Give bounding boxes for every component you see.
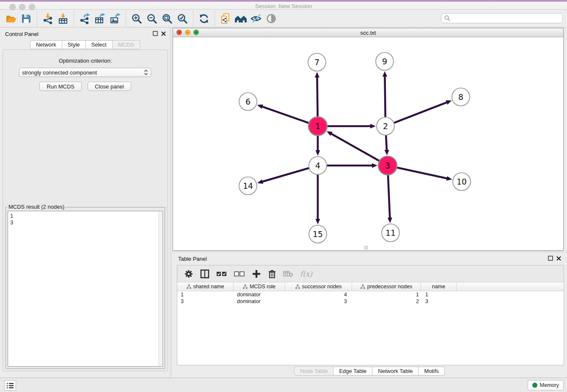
network-canvas[interactable]: 7968124314101511	[173, 37, 563, 250]
table-cell[interactable]: 3	[177, 298, 234, 305]
graph-node-3[interactable]: 3	[378, 156, 397, 175]
delete-row-trash-icon[interactable]	[268, 269, 276, 279]
graph-node-14[interactable]: 14	[239, 177, 257, 195]
mcds-result-textarea[interactable]: 13	[8, 211, 163, 367]
optimization-criterion-select[interactable]: strongly connected component	[19, 68, 151, 77]
deselect-all-columns-icon[interactable]	[234, 270, 245, 278]
export-image-button[interactable]	[107, 11, 123, 26]
graph-edge-2-8[interactable]	[393, 102, 448, 123]
mcds-result-line: 1	[10, 213, 160, 219]
column-header-predecessor-nodes[interactable]: predecessor nodes	[352, 282, 421, 291]
graph-node-4[interactable]: 4	[309, 157, 327, 174]
table-cell[interactable]: 2	[352, 298, 421, 305]
table-row[interactable]: 3dominator323	[177, 298, 564, 305]
zoom-selected-button[interactable]	[175, 11, 190, 26]
task-history-button[interactable]	[4, 380, 16, 391]
node-label: 10	[457, 177, 467, 186]
graph-edge-1-7[interactable]	[317, 77, 317, 118]
tab-select[interactable]: Select	[86, 40, 113, 49]
column-header-shared-name[interactable]: shared name	[177, 282, 234, 291]
home-layout-button[interactable]	[233, 11, 248, 26]
clone-network-button[interactable]	[218, 11, 233, 26]
export-network-button[interactable]	[77, 11, 92, 26]
export-image-icon	[110, 13, 121, 24]
tab-node-table[interactable]: Node Table	[294, 367, 334, 375]
show-graphics-button[interactable]	[264, 11, 279, 26]
graph-edge-2-9[interactable]	[385, 76, 385, 118]
float-panel-icon[interactable]	[153, 31, 158, 36]
float-panel-icon[interactable]	[548, 256, 553, 261]
network-resize-grip[interactable]	[364, 246, 368, 249]
export-table-button[interactable]	[92, 11, 107, 26]
graph-edge-3-10[interactable]	[396, 167, 448, 179]
column-header-name[interactable]: name	[421, 282, 457, 291]
select-all-columns-icon[interactable]	[216, 270, 227, 278]
tab-network-table[interactable]: Network Table	[372, 367, 418, 375]
network-window-titlebar[interactable]: × − + scc.txt	[173, 28, 563, 37]
hide-graphics-eye-icon	[250, 13, 262, 24]
graph-edge-1-6[interactable]	[261, 106, 310, 123]
clone-network-icon	[220, 13, 231, 24]
table-cell[interactable]: dominator	[234, 292, 285, 298]
graph-node-8[interactable]: 8	[452, 88, 470, 106]
node-label: 8	[458, 92, 463, 102]
table-row[interactable]: 1dominator411	[177, 292, 564, 298]
graph-edge-arrow	[315, 72, 319, 77]
search-input[interactable]	[452, 14, 562, 22]
graph-edge-arrow	[385, 150, 389, 155]
column-header-MCDS-role[interactable]: MCDS role	[234, 282, 285, 291]
zoom-out-button[interactable]	[144, 11, 160, 26]
tab-motifs[interactable]: Motifs	[418, 367, 445, 375]
table-settings-gear-icon[interactable]	[184, 269, 193, 279]
close-panel-button[interactable]: Close panel	[88, 82, 131, 91]
hide-graphics-button[interactable]	[248, 11, 264, 26]
close-panel-icon[interactable]	[161, 31, 166, 36]
table-cell[interactable]: dominator	[234, 298, 285, 305]
graph-edge-4-14[interactable]	[262, 168, 310, 182]
run-mcds-button[interactable]: Run MCDS	[39, 82, 82, 91]
show-column-panel-icon[interactable]	[200, 269, 209, 279]
graph-node-10[interactable]: 10	[453, 173, 471, 190]
zoom-fit-button[interactable]	[160, 11, 175, 26]
graph-edge-3-11[interactable]	[388, 174, 390, 218]
mcds-result-scrollbar[interactable]	[158, 212, 162, 366]
graph-node-7[interactable]: 7	[308, 53, 326, 71]
table-cell[interactable]: 3	[285, 298, 352, 305]
memory-button[interactable]: Memory	[528, 380, 564, 390]
app-title: Session: New Session	[0, 3, 567, 9]
shared-column-icon	[361, 284, 365, 289]
open-session-button[interactable]	[3, 11, 19, 26]
tab-edge-table[interactable]: Edge Table	[333, 367, 372, 375]
table-cell[interactable]: 1	[177, 292, 234, 298]
table-cell[interactable]: 1	[421, 292, 457, 298]
refresh-button[interactable]	[196, 11, 212, 26]
import-table-button[interactable]	[55, 11, 71, 26]
add-row-icon[interactable]	[252, 269, 261, 279]
save-session-button[interactable]	[19, 11, 34, 26]
app-titlebar: Session: New Session	[0, 2, 567, 10]
graph-edge-arrow	[446, 176, 452, 181]
mcds-result-line: 3	[10, 219, 160, 226]
table-cell[interactable]: 1	[352, 292, 421, 298]
tab-mcds[interactable]: MCDS	[113, 40, 140, 49]
graph-edge-arrow	[257, 105, 263, 109]
search-box[interactable]	[441, 13, 563, 23]
graph-node-1[interactable]: 1	[308, 117, 327, 135]
table-cell[interactable]: 3	[421, 298, 457, 305]
table-cell[interactable]: 4	[285, 292, 352, 298]
graph-edge-3-1[interactable]	[330, 133, 380, 161]
graph-edge-2-3[interactable]	[386, 134, 387, 151]
tab-network[interactable]: Network	[30, 40, 62, 49]
close-panel-icon[interactable]	[556, 256, 561, 261]
shared-column-icon	[187, 284, 191, 289]
graph-node-6[interactable]: 6	[239, 93, 257, 110]
column-header-successor-nodes[interactable]: successor nodes	[285, 282, 352, 291]
graph-node-9[interactable]: 9	[376, 52, 394, 70]
graph-node-2[interactable]: 2	[377, 117, 394, 135]
zoom-in-button[interactable]	[129, 11, 144, 26]
import-network-button[interactable]	[40, 11, 55, 26]
graph-node-15[interactable]: 15	[309, 225, 327, 243]
tab-style[interactable]: Style	[62, 40, 86, 49]
graph-edge-arrow	[388, 218, 392, 223]
graph-node-11[interactable]: 11	[382, 224, 399, 242]
